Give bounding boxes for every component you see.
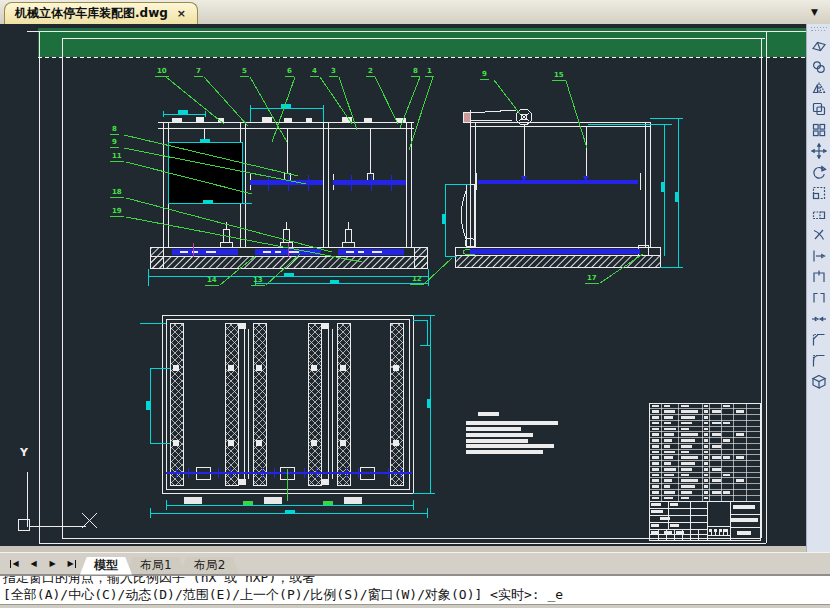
copy-button[interactable] — [809, 56, 829, 77]
chamfer-button[interactable] — [809, 329, 829, 350]
document-tab[interactable]: 机械立体停车库装配图.dwg × — [4, 2, 198, 24]
break-at-point-button[interactable] — [809, 266, 829, 287]
close-icon[interactable]: × — [176, 7, 187, 20]
callout-front_left-2: 11 — [110, 153, 124, 162]
extend-button[interactable] — [809, 245, 829, 266]
last-layout-button[interactable]: ▶ — [63, 556, 80, 571]
break-at-point-icon — [811, 269, 827, 285]
callout-front_top-2: 5 — [240, 68, 249, 77]
tab-layout2[interactable]: 布局2 — [180, 557, 240, 575]
trim-icon — [811, 227, 827, 243]
command-prompt-history: 指定窗口的角点，输入比例因子 (nX 或 nXP)，或者 — [3, 575, 830, 586]
rotate-icon — [811, 164, 827, 180]
callout-front_top-0: 10 — [155, 68, 169, 77]
side-elevation-view — [455, 109, 660, 267]
callout-front_top-7: 8 — [411, 68, 420, 77]
stretch-button[interactable] — [809, 203, 829, 224]
callout-front_left-4: 19 — [110, 208, 124, 217]
callout-front_top-8: 1 — [425, 68, 434, 77]
callout-front_left-0: 8 — [110, 126, 119, 135]
erase-icon — [811, 38, 827, 54]
next-layout-button[interactable]: ▶ — [44, 556, 61, 571]
move-icon — [811, 143, 827, 159]
tab-layout1[interactable]: 布局1 — [126, 557, 186, 575]
callout-front_top-3: 6 — [285, 68, 294, 77]
array-button[interactable] — [809, 119, 829, 140]
callout-front_left-1: 9 — [110, 139, 119, 148]
ucs-icon — [18, 472, 97, 530]
document-tab-bar: 机械立体停车库装配图.dwg × ▼ — [0, 0, 830, 24]
callout-side_top-1: 15 — [552, 72, 566, 81]
callout-front_bottom-1: 13 — [251, 277, 265, 286]
fillet-button[interactable] — [809, 350, 829, 371]
prev-layout-button[interactable]: ◀ — [25, 556, 42, 571]
callout-front_bottom-0: 14 — [205, 277, 219, 286]
extend-icon — [811, 248, 827, 264]
modify-toolbar — [806, 24, 830, 552]
break-button[interactable] — [809, 287, 829, 308]
mirror-icon — [811, 80, 827, 96]
copy-icon — [811, 59, 827, 75]
first-layout-button[interactable]: ◀ — [6, 556, 23, 571]
scale-icon — [811, 185, 827, 201]
break-icon — [811, 290, 827, 306]
window-bottom-edge — [0, 604, 830, 608]
offset-button[interactable] — [809, 98, 829, 119]
toolbar-buttons — [809, 35, 829, 392]
join-icon — [811, 311, 827, 327]
explode-icon — [811, 374, 827, 390]
command-prompt-input[interactable]: [全部(A)/中心(C)/动态(D)/范围(E)/上一个(P)/比例(S)/窗口… — [3, 586, 830, 603]
callout-front_bottom-2: 12 — [410, 276, 424, 285]
join-button[interactable] — [809, 308, 829, 329]
scale-button[interactable] — [809, 182, 829, 203]
callout-front_left-3: 18 — [110, 189, 124, 198]
notes-text — [466, 412, 558, 454]
erase-button[interactable] — [809, 35, 829, 56]
explode-button[interactable] — [809, 371, 829, 392]
layout-tab-bar: ◀ ◀ ▶ ▶ 模型 布局1 布局2 — [0, 552, 830, 575]
chamfer-icon — [811, 332, 827, 348]
command-line[interactable]: 指定窗口的角点，输入比例因子 (nX 或 nXP)，或者 [全部(A)/中心(C… — [0, 575, 830, 608]
drawing-canvas[interactable]: 10756432818911181914131291517 Y — [0, 24, 806, 546]
mirror-button[interactable] — [809, 77, 829, 98]
callout-front_top-6: 2 — [366, 68, 375, 77]
stretch-icon — [811, 206, 827, 222]
rotate-button[interactable] — [809, 161, 829, 182]
trim-button[interactable] — [809, 224, 829, 245]
toolbar-grip[interactable] — [811, 27, 827, 32]
autocad-window: 机械立体停车库装配图.dwg × ▼ — [0, 0, 830, 608]
move-button[interactable] — [809, 140, 829, 161]
offset-icon — [811, 101, 827, 117]
parts-list-table — [649, 403, 760, 501]
callout-front_top-5: 3 — [329, 68, 338, 77]
sheet-border — [27, 28, 806, 543]
side-elevation-platforms — [470, 176, 640, 254]
tab-model[interactable]: 模型 — [80, 557, 132, 575]
callout-front_top-1: 7 — [194, 68, 203, 77]
array-icon — [811, 122, 827, 138]
fillet-icon — [811, 353, 827, 369]
callout-side_bottom-0: 17 — [585, 275, 599, 284]
document-tab-label: 机械立体停车库装配图.dwg — [15, 5, 168, 22]
callout-side_top-0: 9 — [480, 71, 489, 80]
tab-overflow-icon[interactable]: ▼ — [811, 8, 818, 17]
plan-view-shaft — [166, 468, 412, 478]
ucs-y-label: Y — [20, 446, 28, 459]
callout-front_top-4: 4 — [310, 68, 319, 77]
